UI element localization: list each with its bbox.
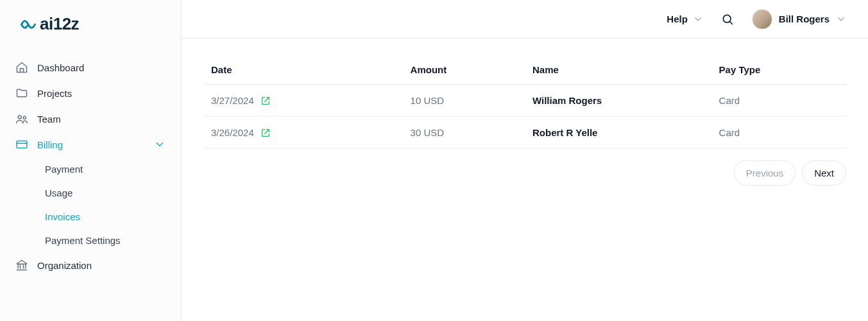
- billing-sub-invoices[interactable]: Invoices: [37, 205, 173, 229]
- billing-sub-payment[interactable]: Payment: [37, 157, 173, 181]
- col-amount: Amount: [403, 55, 525, 85]
- invoice-name: William Rogers: [525, 85, 711, 117]
- card-icon: [15, 138, 28, 151]
- prev-button[interactable]: Previous: [734, 160, 796, 186]
- chevron-down-icon: [154, 139, 166, 150]
- logo[interactable]: ai12z: [0, 0, 181, 46]
- folder-icon: [15, 87, 28, 100]
- invoice-date: 3/26/2024: [211, 127, 254, 138]
- invoice-amount: 30 USD: [403, 117, 525, 149]
- invoice-amount: 10 USD: [403, 85, 525, 117]
- users-icon: [15, 112, 28, 125]
- svg-point-0: [18, 116, 21, 119]
- sidebar-item-label: Dashboard: [37, 62, 84, 73]
- billing-submenu: Payment Usage Invoices Payment Settings: [8, 157, 173, 252]
- billing-sub-usage[interactable]: Usage: [37, 181, 173, 205]
- content: Date Amount Name Pay Type 3/27/2024: [182, 39, 868, 321]
- sidebar-item-label: Team: [37, 114, 61, 125]
- search-icon: [721, 13, 734, 26]
- sidebar-item-projects[interactable]: Projects: [8, 80, 173, 106]
- search-button[interactable]: [721, 13, 734, 26]
- logo-icon: [19, 15, 37, 33]
- topbar: Help Bill Rogers: [182, 0, 868, 39]
- svg-line-4: [730, 21, 733, 24]
- logo-text: ai12z: [40, 14, 79, 34]
- invoice-date: 3/27/2024: [211, 95, 254, 106]
- col-date: Date: [203, 55, 403, 85]
- svg-point-1: [23, 116, 26, 119]
- chevron-down-icon: [836, 14, 846, 24]
- user-menu[interactable]: Bill Rogers: [752, 9, 846, 30]
- invoice-paytype: Card: [711, 85, 846, 117]
- sidebar-item-dashboard[interactable]: Dashboard: [8, 55, 173, 80]
- pagination: Previous Next: [203, 160, 846, 186]
- help-menu[interactable]: Help: [667, 13, 703, 24]
- col-pay-type: Pay Type: [711, 55, 846, 85]
- external-link-icon[interactable]: [260, 128, 271, 138]
- home-icon: [15, 61, 28, 74]
- billing-sub-payment-settings[interactable]: Payment Settings: [37, 229, 173, 252]
- table-row: 3/27/2024 10 USD William Rogers Card: [203, 85, 846, 117]
- nav: Dashboard Projects Team Billing Payment: [0, 46, 181, 321]
- svg-rect-2: [17, 141, 27, 148]
- avatar: [752, 9, 772, 30]
- sidebar-item-team[interactable]: Team: [8, 106, 173, 132]
- sidebar-item-label: Projects: [37, 88, 72, 99]
- chevron-down-icon: [693, 14, 703, 24]
- bank-icon: [15, 259, 28, 272]
- external-link-icon[interactable]: [260, 96, 271, 106]
- sidebar-item-label: Billing: [37, 139, 63, 150]
- table-row: 3/26/2024 30 USD Robert R Yelle Card: [203, 117, 846, 149]
- user-name: Bill Rogers: [779, 13, 830, 24]
- invoice-paytype: Card: [711, 117, 846, 149]
- next-button[interactable]: Next: [802, 160, 846, 186]
- sidebar-item-billing[interactable]: Billing: [8, 132, 173, 157]
- main: Help Bill Rogers Date Amount: [182, 0, 868, 321]
- invoice-name: Robert R Yelle: [525, 117, 711, 149]
- sidebar-item-label: Organization: [37, 260, 92, 271]
- sidebar: ai12z Dashboard Projects Team Billing: [0, 0, 182, 321]
- col-name: Name: [525, 55, 711, 85]
- help-label: Help: [667, 13, 688, 24]
- invoices-table: Date Amount Name Pay Type 3/27/2024: [203, 55, 846, 149]
- sidebar-item-organization[interactable]: Organization: [8, 252, 173, 278]
